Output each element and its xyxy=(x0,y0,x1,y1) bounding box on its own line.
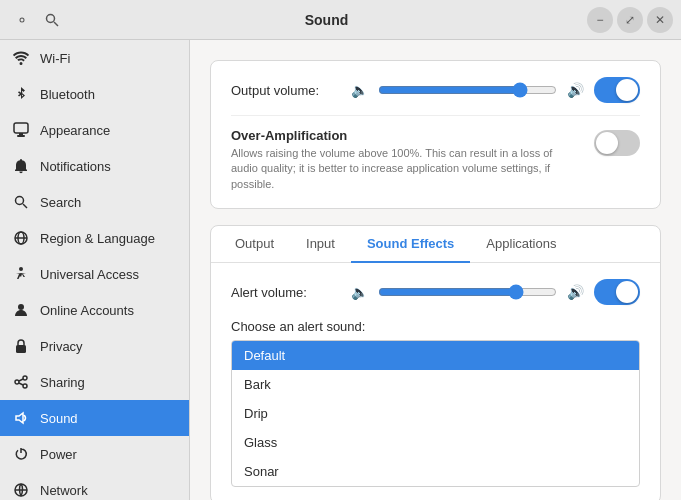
alert-volume-slider[interactable] xyxy=(378,284,557,300)
alert-sound-list: DefaultBarkDripGlassSonar xyxy=(231,340,640,487)
window-title: Sound xyxy=(66,12,587,28)
sidebar-item-universal-access[interactable]: Universal Access xyxy=(0,256,189,292)
svg-point-10 xyxy=(19,267,23,271)
svg-line-6 xyxy=(23,204,27,208)
svg-rect-4 xyxy=(19,133,23,135)
output-volume-slider[interactable] xyxy=(378,82,557,98)
sidebar-item-label-sound: Sound xyxy=(40,411,177,426)
svg-point-15 xyxy=(15,380,19,384)
vol-high-icon: 🔊 xyxy=(567,82,584,98)
sound-tabs-card: OutputInputSound EffectsApplications Ale… xyxy=(210,225,661,500)
sidebar-item-bluetooth[interactable]: Bluetooth xyxy=(0,76,189,112)
sound-icon xyxy=(12,409,30,427)
sidebar-item-notifications[interactable]: Notifications xyxy=(0,148,189,184)
sound-item-default[interactable]: Default xyxy=(232,341,639,370)
network-icon xyxy=(12,481,30,499)
over-amplification-toggle-knob xyxy=(596,132,618,154)
sound-item-glass[interactable]: Glass xyxy=(232,428,639,457)
region-icon xyxy=(12,229,30,247)
sidebar-item-label-appearance: Appearance xyxy=(40,123,177,138)
over-amplification-title: Over-Amplification xyxy=(231,128,578,143)
sound-item-drip[interactable]: Drip xyxy=(232,399,639,428)
output-volume-card: Output volume: 🔈 🔊 Over-Amplification Al… xyxy=(210,60,661,209)
close-button[interactable]: ✕ xyxy=(647,7,673,33)
gear-button[interactable] xyxy=(8,6,36,34)
sidebar-item-appearance[interactable]: Appearance xyxy=(0,112,189,148)
sidebar-item-label-wifi: Wi-Fi xyxy=(40,51,177,66)
appearance-icon xyxy=(12,121,30,139)
search-icon xyxy=(12,193,30,211)
sidebar-item-wifi[interactable]: Wi-Fi xyxy=(0,40,189,76)
tab-content-sound-effects: Alert volume: 🔈 🔊 Choose an alert sound:… xyxy=(211,263,660,500)
sidebar-item-label-power: Power xyxy=(40,447,177,462)
tab-input[interactable]: Input xyxy=(290,226,351,263)
output-volume-toggle[interactable] xyxy=(594,77,640,103)
notifications-icon xyxy=(12,157,30,175)
sidebar-item-online-accounts[interactable]: Online Accounts xyxy=(0,292,189,328)
tab-output[interactable]: Output xyxy=(219,226,290,263)
search-button[interactable] xyxy=(38,6,66,34)
wifi-icon xyxy=(12,49,30,67)
sound-item-sonar[interactable]: Sonar xyxy=(232,457,639,486)
sidebar-item-sharing[interactable]: Sharing xyxy=(0,364,189,400)
svg-point-16 xyxy=(23,384,27,388)
svg-point-5 xyxy=(16,197,24,205)
alert-volume-toggle-knob xyxy=(616,281,638,303)
sidebar-item-search[interactable]: Search xyxy=(0,184,189,220)
sharing-icon xyxy=(12,373,30,391)
alert-volume-row: Alert volume: 🔈 🔊 xyxy=(231,279,640,305)
tabs-header: OutputInputSound EffectsApplications xyxy=(211,226,660,263)
online-accounts-icon xyxy=(12,301,30,319)
sound-item-bark[interactable]: Bark xyxy=(232,370,639,399)
privacy-icon xyxy=(12,337,30,355)
bluetooth-icon xyxy=(12,85,30,103)
over-amplification-row: Over-Amplification Allows raising the vo… xyxy=(231,115,640,192)
sidebar-item-label-search: Search xyxy=(40,195,177,210)
minimize-button[interactable]: − xyxy=(587,7,613,33)
vol-low-icon: 🔈 xyxy=(351,82,368,98)
sidebar-item-label-bluetooth: Bluetooth xyxy=(40,87,177,102)
over-amplification-toggle[interactable] xyxy=(594,130,640,156)
svg-rect-2 xyxy=(14,123,28,133)
sidebar-item-label-universal-access: Universal Access xyxy=(40,267,177,282)
over-amplification-text: Over-Amplification Allows raising the vo… xyxy=(231,128,578,192)
tab-applications[interactable]: Applications xyxy=(470,226,572,263)
sidebar-item-label-privacy: Privacy xyxy=(40,339,177,354)
sidebar-item-label-online-accounts: Online Accounts xyxy=(40,303,177,318)
sidebar-item-label-network: Network xyxy=(40,483,177,498)
svg-point-13 xyxy=(20,348,22,350)
output-volume-toggle-knob xyxy=(616,79,638,101)
sidebar-item-privacy[interactable]: Privacy xyxy=(0,328,189,364)
tab-sound-effects[interactable]: Sound Effects xyxy=(351,226,470,263)
choose-alert-sound-label: Choose an alert sound: xyxy=(231,319,640,334)
over-amplification-description: Allows raising the volume above 100%. Th… xyxy=(231,146,578,192)
svg-rect-3 xyxy=(17,135,25,137)
alert-volume-toggle[interactable] xyxy=(594,279,640,305)
sidebar-item-power[interactable]: Power xyxy=(0,436,189,472)
sidebar-item-label-region: Region & Language xyxy=(40,231,177,246)
main-content: Output volume: 🔈 🔊 Over-Amplification Al… xyxy=(190,40,681,500)
output-volume-row: Output volume: 🔈 🔊 xyxy=(231,77,640,103)
svg-line-17 xyxy=(19,379,23,381)
sidebar-item-network[interactable]: Network xyxy=(0,472,189,500)
app-body: Wi-FiBluetoothAppearanceNotificationsSea… xyxy=(0,40,681,500)
title-bar: Sound − ⤢ ✕ xyxy=(0,0,681,40)
maximize-button[interactable]: ⤢ xyxy=(617,7,643,33)
sidebar-item-label-notifications: Notifications xyxy=(40,159,177,174)
svg-line-18 xyxy=(19,383,23,385)
sidebar-item-sound[interactable]: Sound xyxy=(0,400,189,436)
power-icon xyxy=(12,445,30,463)
svg-point-14 xyxy=(23,376,27,380)
alert-vol-low-icon: 🔈 xyxy=(351,284,368,300)
svg-line-1 xyxy=(54,22,58,26)
sidebar-item-region[interactable]: Region & Language xyxy=(0,220,189,256)
svg-point-0 xyxy=(47,14,55,22)
alert-volume-label: Alert volume: xyxy=(231,285,341,300)
svg-point-11 xyxy=(18,304,24,310)
output-volume-label: Output volume: xyxy=(231,83,341,98)
alert-vol-high-icon: 🔊 xyxy=(567,284,584,300)
window-controls: − ⤢ ✕ xyxy=(587,7,673,33)
universal-access-icon xyxy=(12,265,30,283)
sidebar-item-label-sharing: Sharing xyxy=(40,375,177,390)
sidebar: Wi-FiBluetoothAppearanceNotificationsSea… xyxy=(0,40,190,500)
